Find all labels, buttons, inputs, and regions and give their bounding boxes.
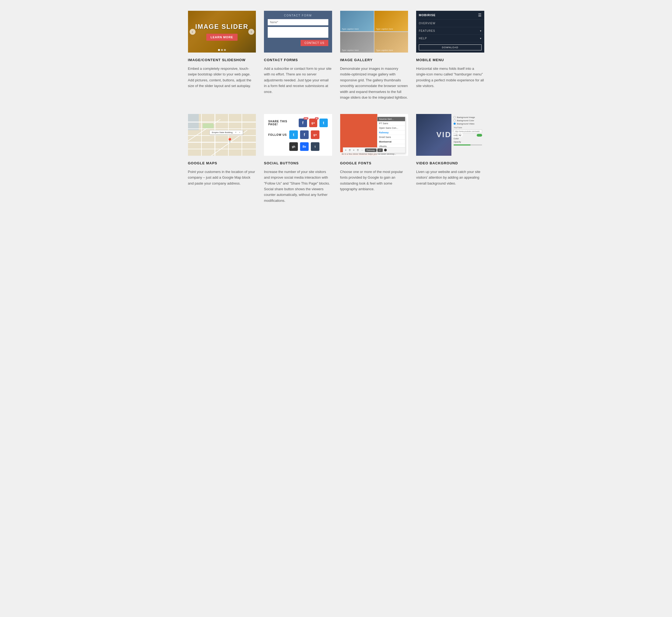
fonts-item-ptsans[interactable]: PT Sans [377,121,405,126]
video-yt-label: YouTube [454,126,482,129]
fonts-item-montserrat[interactable]: Montserrat [377,140,405,144]
fonts-item-droidsans[interactable]: Droid Sans [377,135,405,140]
toolbar-align-right[interactable]: ≡ [352,149,355,152]
gallery-cell-3[interactable]: Type caption here [340,32,374,52]
mobile-nav-features[interactable]: FEATURES ▾ [416,27,484,35]
fonts-toolbar: ≡ ☰ ≡ ☰ ⋯ Raleway 17 [343,147,406,153]
behance-follow-icon[interactable]: Be [300,142,309,151]
map-close-icon[interactable]: ✕ [235,131,237,134]
fonts-pill-name[interactable]: Raleway [365,149,377,152]
card-desc-social: Increase the number of your site visitor… [264,169,332,204]
card-title-video: VIDEO BACKGROUND [416,161,484,165]
card-desc-slideshow: Embed a completely responsive, touch-swi… [188,66,256,89]
svg-rect-13 [203,124,214,128]
video-radio-bg-color[interactable] [454,119,456,122]
video-radio-bg-image[interactable] [454,116,456,118]
dot-3[interactable] [224,49,226,51]
gallery-caption-4: Type caption here [376,49,393,51]
card-desc-contact: Add a subscribe or contact form to your … [264,66,332,94]
fonts-item-raleway[interactable]: Raleway [377,131,405,135]
video-overlay-toggle[interactable] [477,134,482,137]
video-preview: VIDEO Background Image Background Color … [416,114,484,156]
card-image-slideshow: IMAGE SLIDER LEARN MORE ‹ › IMAGE/CONTEN… [188,11,256,100]
gallery-caption-1: Type caption here [342,28,359,30]
gallery-cell-2[interactable]: Type caption here [374,11,408,31]
mobile-nav-help[interactable]: HELP ▾ [416,35,484,42]
toolbar-align-left[interactable]: ≡ [345,149,348,152]
fonts-pill-size[interactable]: 17 [377,149,383,152]
fonts-preview: ite in a few clicks! Mobirise helps you … [340,114,408,156]
map-tooltip-text: Empire State Building [212,131,233,134]
video-word: VIDEO [436,131,464,139]
card-mobile-menu: MOBIRISE ☰ OVERVIEW FEATURES ▾ HELP ▾ DO… [416,11,484,100]
googleplus-follow-icon[interactable]: g+ [311,131,319,139]
fonts-item-opensans[interactable]: Open Sans Con... [377,126,405,131]
slider-dots [218,49,226,51]
social-follow-row-2: gh Be t [289,142,328,151]
contact-message-input[interactable] [268,27,328,38]
tumblr-follow-icon[interactable]: t [311,142,319,151]
gallery-cell-4[interactable]: Type caption here [374,32,408,52]
contact-submit-button[interactable]: CONTACT US [300,40,328,46]
video-opacity-fill [454,145,471,146]
video-opacity-label: Opacity [454,141,461,143]
card-video-background: VIDEO Background Image Background Color … [416,114,484,204]
fonts-color-circle[interactable] [384,149,387,152]
card-title-maps: GOOGLE MAPS [188,161,256,165]
twitter-follow-icon[interactable]: t [289,131,298,139]
svg-text:📍: 📍 [227,138,233,144]
feature-row-2: 📍 Empire State Building ✕ GOOGLE MAPS Po… [188,114,484,204]
googleplus-badge: 47 [315,117,318,120]
mobile-preview: MOBIRISE ☰ OVERVIEW FEATURES ▾ HELP ▾ DO… [416,11,484,52]
twitter-share-icon[interactable]: t [319,119,327,127]
page-wrapper: IMAGE SLIDER LEARN MORE ‹ › IMAGE/CONTEN… [183,0,490,228]
video-label-bg-color: Background Color [457,119,474,122]
video-opacity-slider[interactable] [454,145,482,146]
card-desc-maps: Point your customers in the location of … [188,169,256,186]
map-background: 📍 Empire State Building ✕ [188,114,256,156]
card-google-fonts: ite in a few clicks! Mobirise helps you … [340,114,408,204]
video-label-bg-video: Background Video [457,123,474,125]
chevron-down-icon: ▾ [480,29,482,32]
card-title-gallery: IMAGE GALLERY [340,58,408,62]
chevron-down-icon-help: ▾ [480,37,482,40]
facebook-follow-icon[interactable]: f [300,131,309,139]
slider-next-arrow[interactable]: › [248,29,254,35]
social-preview: SHARE THIS PAGE! f 192 g+ 47 t FOLLOW US… [264,114,332,156]
github-follow-icon[interactable]: gh [289,142,298,151]
toolbar-justify[interactable]: ☰ [356,149,360,152]
card-image-gallery: Type caption here Type caption here Type… [340,11,408,100]
dot-1[interactable] [218,49,220,51]
video-setting-bg-color: Background Color [454,119,482,122]
facebook-share-icon[interactable]: f 192 [299,119,307,127]
googleplus-share-icon[interactable]: g+ 47 [309,119,317,127]
dot-2[interactable] [221,49,223,51]
gallery-caption-3: Type caption here [342,49,359,51]
map-tooltip: Empire State Building ✕ [210,130,243,135]
card-contact-forms: CONTACT FORM CONTACT US CONTACT FORMS Ad… [264,11,332,100]
mobile-logo: MOBIRISE [419,13,436,17]
social-share-label: SHARE THIS PAGE! [268,120,296,126]
contact-form-label: CONTACT FORM [284,14,312,17]
gallery-caption-2: Type caption here [376,28,393,30]
contact-name-input[interactable] [268,19,328,25]
feature-row-1: IMAGE SLIDER LEARN MORE ‹ › IMAGE/CONTEN… [188,11,484,100]
social-follow-label: FOLLOW US [268,133,287,136]
card-desc-fonts: Choose one or more of the most popular f… [340,169,408,192]
gallery-cell-1[interactable]: Type caption here [340,11,374,31]
slider-prev-arrow[interactable]: ‹ [190,29,196,35]
mobile-nav-overview[interactable]: OVERVIEW [416,20,484,27]
card-title-social: SOCIAL BUTTONS [264,161,332,165]
card-desc-gallery: Demonstrate your images in masonry mobil… [340,66,408,100]
map-svg: 📍 [188,114,256,156]
card-title-fonts: GOOGLE FONTS [340,161,408,165]
mobile-download-button[interactable]: DOWNLOAD [419,44,482,50]
toolbar-align-center[interactable]: ☰ [348,149,352,152]
facebook-badge: 192 [303,117,308,120]
card-title-slideshow: IMAGE/CONTENT SLIDESHOW [188,58,256,62]
toolbar-more[interactable]: ⋯ [361,149,364,152]
card-social-buttons: SHARE THIS PAGE! f 192 g+ 47 t FOLLOW US… [264,114,332,204]
video-radio-bg-video[interactable] [454,123,456,125]
fonts-dropdown-header: Source-Seri... [377,117,405,121]
learn-more-button[interactable]: LEARN MORE [206,34,238,41]
